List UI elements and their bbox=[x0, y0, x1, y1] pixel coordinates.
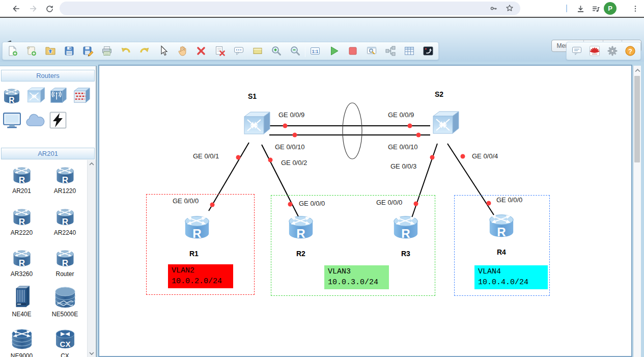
delete-all-button[interactable] bbox=[214, 45, 226, 57]
device-item-ne5000e[interactable]: NE5000E bbox=[43, 285, 87, 318]
actual-size-button[interactable]: 1:1 bbox=[309, 45, 321, 57]
vlan-name: VLAN4 bbox=[478, 266, 544, 277]
device-item-ar2220[interactable]: AR2220 bbox=[0, 204, 43, 236]
forward-icon[interactable] bbox=[26, 2, 40, 15]
node-router-r4[interactable] bbox=[486, 211, 517, 242]
pan-mode-button[interactable] bbox=[176, 45, 188, 57]
node-label-s2: S2 bbox=[435, 90, 443, 98]
port-label-s1-ge1: GE 0/0/1 bbox=[193, 152, 219, 160]
delete-button[interactable] bbox=[195, 45, 207, 57]
open-topology-button[interactable] bbox=[44, 45, 57, 57]
topology-canvas[interactable]: S1 S2 R1 R2 R3 R4 GE 0/0/9 GE 0/0/10 GE … bbox=[98, 65, 632, 357]
packet-capture-button[interactable] bbox=[366, 45, 378, 57]
address-table-button[interactable] bbox=[403, 45, 415, 57]
port-label-s2-ge10: GE 0/0/10 bbox=[388, 143, 418, 151]
vlan-subnet: 10.0.4.0/24 bbox=[478, 277, 544, 288]
device-item-ar3260[interactable]: AR3260 bbox=[0, 245, 43, 278]
zoom-out-button[interactable] bbox=[289, 45, 301, 57]
console-icon bbox=[422, 45, 434, 57]
sidebar-header-ar201[interactable]: AR201 bbox=[1, 148, 95, 159]
browser-menu-icon[interactable] bbox=[629, 2, 642, 15]
scroll-down-icon[interactable] bbox=[88, 351, 95, 355]
category-firewall-button[interactable] bbox=[71, 86, 92, 106]
redo-button[interactable] bbox=[138, 45, 151, 57]
vlan2-note[interactable]: VLAN2 10.0.2.0/24 bbox=[168, 264, 233, 288]
text-tool-icon bbox=[233, 45, 245, 57]
port-label-s1-ge10: GE 0/0/10 bbox=[275, 143, 305, 151]
select-mode-button[interactable] bbox=[157, 45, 170, 57]
main-toolbar: 1:1 bbox=[2, 42, 439, 60]
device-item-ar201[interactable]: AR201 bbox=[0, 162, 43, 195]
packet-capture-icon bbox=[366, 45, 378, 57]
zoom-out-icon bbox=[289, 45, 301, 57]
device-label: AR3260 bbox=[11, 270, 33, 278]
profile-avatar[interactable]: P bbox=[604, 2, 617, 15]
huawei-button[interactable] bbox=[589, 45, 601, 57]
canvas-scroll-up-icon[interactable] bbox=[634, 68, 641, 73]
device-label: AR1220 bbox=[54, 187, 76, 195]
gear-icon bbox=[606, 45, 619, 57]
device-item-ne40e[interactable]: NE40E bbox=[0, 285, 43, 318]
note-tool-button[interactable] bbox=[251, 45, 264, 57]
settings-button[interactable] bbox=[606, 45, 619, 57]
bookmark-star-icon[interactable] bbox=[505, 4, 514, 13]
wlan-category-icon bbox=[48, 87, 68, 105]
text-tool-button[interactable] bbox=[233, 45, 245, 57]
device-item-cx[interactable]: CX bbox=[43, 327, 87, 357]
vlan-subnet: 10.0.3.0/24 bbox=[328, 277, 385, 288]
address-table-icon bbox=[403, 45, 415, 57]
node-router-r3[interactable] bbox=[390, 213, 422, 243]
hand-icon bbox=[176, 45, 188, 57]
save-button[interactable] bbox=[63, 45, 75, 57]
svg-text:1:1: 1:1 bbox=[312, 49, 319, 54]
canvas-scrollbar-thumb[interactable] bbox=[634, 76, 640, 162]
undo-button[interactable] bbox=[120, 45, 132, 57]
device-item-router[interactable]: Router bbox=[43, 245, 87, 278]
device-label: Router bbox=[55, 270, 74, 278]
port-label-r1-ge0: GE 0/0/0 bbox=[173, 197, 199, 205]
device-label: AR2220 bbox=[11, 229, 33, 236]
address-bar[interactable] bbox=[60, 2, 520, 15]
console-button[interactable] bbox=[422, 45, 434, 57]
actual-size-icon: 1:1 bbox=[309, 45, 321, 57]
node-router-r2[interactable] bbox=[285, 213, 317, 243]
key-icon[interactable] bbox=[489, 4, 498, 13]
device-item-ar2240[interactable]: AR2240 bbox=[43, 204, 87, 236]
topology-tree-icon bbox=[384, 45, 397, 57]
category-router-button[interactable] bbox=[2, 86, 22, 106]
device-item-ne9000[interactable]: NE9000 bbox=[0, 327, 43, 357]
download-icon[interactable] bbox=[574, 2, 587, 15]
sidebar-header-routers[interactable]: Routers bbox=[1, 70, 95, 81]
device-item-ar1220[interactable]: AR1220 bbox=[43, 162, 87, 195]
start-play-icon bbox=[328, 45, 340, 57]
scroll-up-icon[interactable] bbox=[88, 162, 95, 166]
router-device-icon bbox=[54, 207, 76, 227]
reload-icon[interactable] bbox=[43, 2, 56, 15]
back-icon[interactable] bbox=[10, 2, 23, 15]
node-router-r1[interactable] bbox=[181, 213, 213, 243]
help-button[interactable]: ? bbox=[624, 45, 636, 57]
category-wlan-button[interactable] bbox=[48, 86, 68, 106]
node-switch-s1[interactable] bbox=[240, 111, 271, 140]
device-label: NE40E bbox=[12, 311, 31, 318]
media-list-icon[interactable] bbox=[589, 2, 602, 15]
node-switch-s2[interactable] bbox=[429, 110, 460, 140]
sidebar-scrollbar[interactable] bbox=[87, 160, 95, 357]
vlan4-note[interactable]: VLAN4 10.0.4.0/24 bbox=[474, 265, 548, 289]
switch-icon bbox=[240, 111, 271, 138]
start-device-button[interactable] bbox=[328, 45, 340, 57]
new-test-paper-button[interactable] bbox=[25, 45, 38, 57]
save-as-button[interactable] bbox=[82, 45, 94, 57]
lag-ellipse-annotation[interactable] bbox=[343, 103, 362, 159]
category-terminal-button[interactable] bbox=[2, 110, 22, 130]
category-connection-button[interactable] bbox=[48, 110, 68, 130]
category-switch-button[interactable] bbox=[25, 86, 45, 106]
forum-button[interactable] bbox=[571, 45, 583, 57]
category-cloud-button[interactable] bbox=[25, 110, 45, 130]
stop-device-button[interactable] bbox=[347, 45, 359, 57]
zoom-in-button[interactable] bbox=[270, 45, 283, 57]
new-topology-button[interactable] bbox=[7, 45, 19, 57]
print-button[interactable] bbox=[101, 45, 113, 57]
vlan3-note[interactable]: VLAN3 10.0.3.0/24 bbox=[324, 265, 389, 289]
topology-tree-button[interactable] bbox=[384, 45, 397, 57]
